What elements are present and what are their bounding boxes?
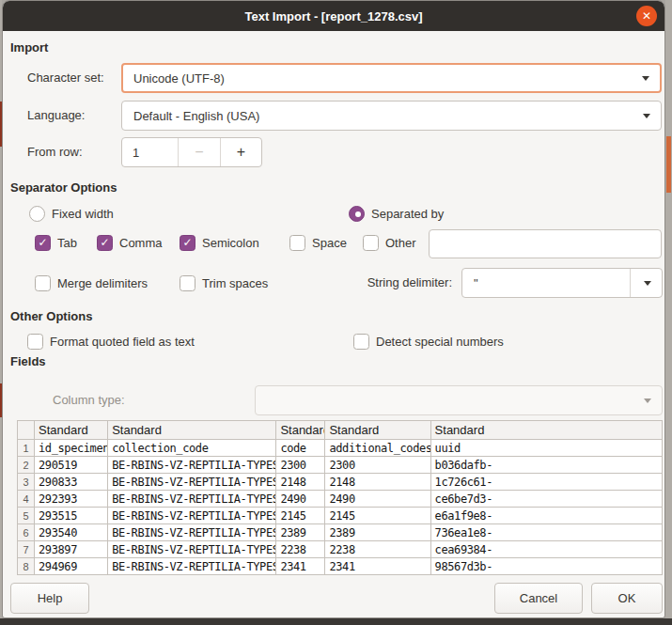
checkbox-checked-icon: ✓ [97,235,113,251]
language-select[interactable]: Default - English (USA) [121,101,662,131]
column-header[interactable]: Standard [430,421,662,440]
chevron-down-icon [644,398,651,403]
cancel-button[interactable]: Cancel [494,583,583,614]
other-options-heading: Other Options [10,309,92,323]
format-quoted-label: Format quoted field as text [50,335,195,349]
cell: 293897 [35,541,108,558]
row-number: 5 [18,508,35,524]
cell: 1c726c61- [430,474,662,491]
cell: 2490 [325,491,430,508]
check-icon: ✓ [100,237,109,248]
table-row: 6 293540 BE-RBINS-VZ-REPTILIA-TYPES 2389… [18,524,663,541]
cell: BE-RBINS-VZ-REPTILIA-TYPES [108,508,276,524]
checkbox-checked-icon: ✓ [180,235,195,251]
checkbox-unchecked-icon [363,235,379,251]
from-row-input[interactable]: 1 [122,138,178,166]
comma-checkbox[interactable]: ✓ Comma [97,233,163,252]
row-number: 1 [18,440,35,457]
plus-icon: + [237,144,245,161]
row-number: 4 [18,491,35,508]
merge-delimiters-checkbox[interactable]: Merge delimiters [35,273,148,292]
cell: collection_code [108,440,276,457]
cell: 2300 [325,457,430,474]
cell: BE-RBINS-VZ-REPTILIA-TYPES [108,558,276,575]
check-icon: ✓ [38,237,47,248]
from-row-stepper: 1 − + [121,137,262,167]
column-header[interactable]: Standard [276,421,325,440]
tab-checkbox[interactable]: ✓ Tab [35,233,77,252]
cell: uuid [430,440,662,457]
other-checkbox[interactable]: Other [363,233,416,252]
cell: 2145 [325,508,430,524]
table-row: 1 id_specimen collection_code code addit… [18,440,663,457]
column-header[interactable]: Standard [325,421,430,440]
fixed-width-radio[interactable]: Fixed width [29,204,114,223]
table-row: 5 293515 BE-RBINS-VZ-REPTILIA-TYPES 2145… [18,508,663,524]
cell: 2389 [276,524,325,541]
divider [630,269,631,297]
cell: 290833 [35,474,108,491]
checkbox-unchecked-icon [27,334,43,350]
character-set-label: Character set: [27,63,104,93]
cell: ce6be7d3- [430,491,662,508]
ok-button[interactable]: OK [591,583,663,614]
help-button[interactable]: Help [10,583,89,614]
detect-special-checkbox[interactable]: Detect special numbers [353,332,504,351]
language-value: Default - English (USA) [133,109,259,123]
semicolon-checkbox[interactable]: ✓ Semicolon [180,233,259,252]
string-delimiter-select[interactable]: " [461,268,663,298]
format-quoted-checkbox[interactable]: Format quoted field as text [27,332,195,351]
space-checkbox[interactable]: Space [289,233,347,252]
cell: 290519 [35,457,108,474]
cell: BE-RBINS-VZ-REPTILIA-TYPES [108,541,276,558]
import-section-heading: Import [10,40,48,55]
preview-header-row: Standard Standard Standard Standard Stan… [18,421,663,440]
row-number: 3 [18,474,35,491]
radio-selected-icon [349,206,365,222]
character-set-value: Unicode (UTF-8) [133,71,225,86]
from-row-increment-button[interactable]: + [220,138,261,166]
cell: 2148 [325,474,430,491]
checkbox-unchecked-icon [289,235,305,251]
cell: e6a1f9e8- [430,508,662,524]
column-header[interactable]: Standard [108,421,276,440]
cell: 293515 [35,508,108,524]
other-label: Other [385,236,416,250]
table-row: 3 290833 BE-RBINS-VZ-REPTILIA-TYPES 2148… [18,474,663,491]
close-button[interactable]: ✕ [636,6,657,26]
merge-delimiters-label: Merge delimiters [57,276,148,290]
cell: BE-RBINS-VZ-REPTILIA-TYPES [108,524,276,541]
checkbox-unchecked-icon [353,334,369,350]
separated-by-label: Separated by [371,207,444,221]
cell: 2238 [325,541,430,558]
chevron-down-icon [642,76,649,81]
cell: 2238 [276,541,325,558]
comma-label: Comma [119,236,163,250]
background-window-right-edge [665,0,672,618]
cell: cea69384- [430,541,662,558]
from-row-decrement-button[interactable]: − [178,138,219,166]
titlebar: Text Import - [report_1278.csv] ✕ [3,1,664,31]
trim-spaces-checkbox[interactable]: Trim spaces [180,273,268,292]
column-header[interactable]: Standard [35,421,108,440]
cell: 293540 [35,524,108,541]
separated-by-radio[interactable]: Separated by [349,204,444,223]
string-delimiter-value: " [474,276,478,290]
cell: 294969 [35,558,108,575]
dialog-title: Text Import - [report_1278.csv] [244,9,422,23]
check-icon: ✓ [182,237,192,248]
checkbox-checked-icon: ✓ [35,235,51,251]
cell: 736ea1e8- [430,524,662,541]
table-row: 7 293897 BE-RBINS-VZ-REPTILIA-TYPES 2238… [18,541,663,558]
cell: 2389 [325,524,430,541]
table-row: 4 292393 BE-RBINS-VZ-REPTILIA-TYPES 2490… [18,491,663,508]
minus-icon: − [195,144,203,161]
character-set-select[interactable]: Unicode (UTF-8) [121,63,662,93]
cell: BE-RBINS-VZ-REPTILIA-TYPES [108,457,276,474]
chevron-down-icon [643,114,650,118]
other-separator-input[interactable] [429,229,662,258]
fixed-width-label: Fixed width [52,207,114,221]
close-icon: ✕ [642,9,651,23]
row-number: 7 [18,541,35,558]
cell: 2341 [325,558,430,575]
